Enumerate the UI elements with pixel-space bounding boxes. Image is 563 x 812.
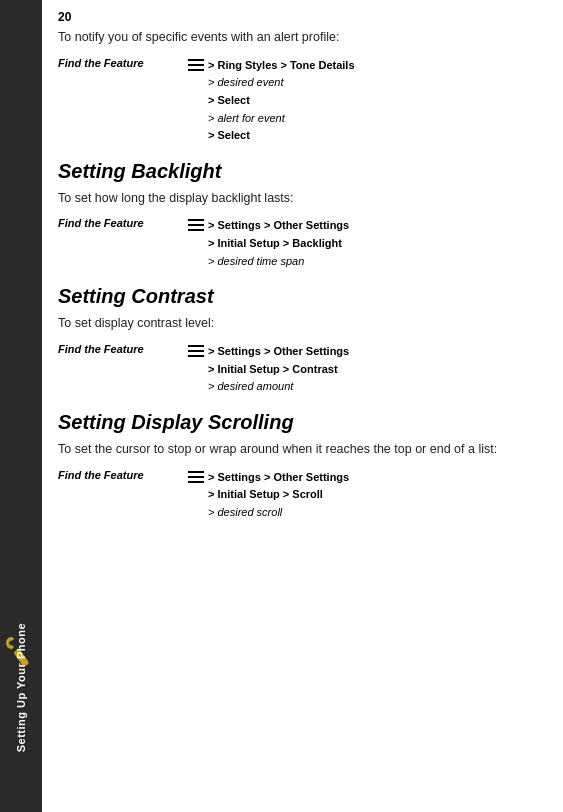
section-scrolling: Setting Display Scrolling To set the cur… bbox=[58, 410, 547, 522]
feature-row-contrast: Find the Feature > Settings > Other Sett… bbox=[58, 343, 547, 396]
path-line: > Initial Setup > Backlight bbox=[208, 235, 349, 253]
svg-point-1 bbox=[10, 641, 15, 646]
svg-rect-12 bbox=[188, 476, 204, 478]
section-heading-backlight: Setting Backlight bbox=[58, 159, 547, 183]
svg-rect-11 bbox=[188, 471, 204, 473]
path-line: > alert for event bbox=[208, 110, 355, 128]
svg-rect-2 bbox=[188, 59, 204, 61]
page-number: 20 bbox=[58, 10, 547, 24]
feature-row-backlight: Find the Feature > Settings > Other Sett… bbox=[58, 217, 547, 270]
section-heading-scrolling: Setting Display Scrolling bbox=[58, 410, 547, 434]
path-line: > Settings > Other Settings bbox=[208, 217, 349, 235]
svg-rect-7 bbox=[188, 229, 204, 231]
feature-path-scrolling: > Settings > Other Settings > Initial Se… bbox=[208, 469, 349, 522]
svg-rect-6 bbox=[188, 224, 204, 226]
feature-label-backlight: Find the Feature bbox=[58, 217, 188, 229]
path-line: > desired event bbox=[208, 74, 355, 92]
feature-label-alert: Find the Feature bbox=[58, 57, 188, 69]
path-line: > desired scroll bbox=[208, 504, 349, 522]
sidebar: Setting Up Your Phone bbox=[0, 0, 42, 812]
section-contrast: Setting Contrast To set display contrast… bbox=[58, 284, 547, 396]
main-content: 20 To notify you of specific events with… bbox=[42, 0, 563, 812]
section-alert-intro: To notify you of specific events with an… bbox=[58, 28, 547, 47]
path-line: > Select bbox=[208, 92, 355, 110]
feature-label-scrolling: Find the Feature bbox=[58, 469, 188, 481]
section-heading-contrast: Setting Contrast bbox=[58, 284, 547, 308]
svg-rect-4 bbox=[188, 69, 204, 71]
feature-row-scrolling: Find the Feature > Settings > Other Sett… bbox=[58, 469, 547, 522]
path-line: > desired amount bbox=[208, 378, 349, 396]
sidebar-label: Setting Up Your Phone bbox=[15, 623, 27, 752]
menu-icon-scrolling bbox=[188, 470, 204, 484]
path-line: > Initial Setup > Contrast bbox=[208, 361, 349, 379]
menu-icon-contrast bbox=[188, 344, 204, 358]
path-line: > Select bbox=[208, 127, 355, 145]
feature-row-alert: Find the Feature > Ring Styles > Tone De… bbox=[58, 57, 547, 145]
svg-rect-9 bbox=[188, 350, 204, 352]
section-scrolling-intro: To set the cursor to stop or wrap around… bbox=[58, 440, 547, 459]
section-backlight-intro: To set how long the display backlight la… bbox=[58, 189, 547, 208]
svg-rect-13 bbox=[188, 481, 204, 483]
svg-rect-5 bbox=[188, 219, 204, 221]
path-line: > Settings > Other Settings bbox=[208, 343, 349, 361]
menu-icon-alert bbox=[188, 58, 204, 72]
feature-path-container-backlight: > Settings > Other Settings > Initial Se… bbox=[188, 217, 349, 270]
feature-path-container-alert: > Ring Styles > Tone Details > desired e… bbox=[188, 57, 355, 145]
feature-label-contrast: Find the Feature bbox=[58, 343, 188, 355]
section-alert-profile: To notify you of specific events with an… bbox=[58, 28, 547, 145]
svg-rect-3 bbox=[188, 64, 204, 66]
svg-rect-8 bbox=[188, 345, 204, 347]
feature-path-container-contrast: > Settings > Other Settings > Initial Se… bbox=[188, 343, 349, 396]
feature-path-alert: > Ring Styles > Tone Details > desired e… bbox=[208, 57, 355, 145]
feature-path-backlight: > Settings > Other Settings > Initial Se… bbox=[208, 217, 349, 270]
feature-path-contrast: > Settings > Other Settings > Initial Se… bbox=[208, 343, 349, 396]
path-line: > Ring Styles > Tone Details bbox=[208, 57, 355, 75]
section-backlight: Setting Backlight To set how long the di… bbox=[58, 159, 547, 271]
page-wrapper: Setting Up Your Phone 20 To notify you o… bbox=[0, 0, 563, 812]
path-line: > Settings > Other Settings bbox=[208, 469, 349, 487]
section-contrast-intro: To set display contrast level: bbox=[58, 314, 547, 333]
svg-rect-10 bbox=[188, 355, 204, 357]
menu-icon-backlight bbox=[188, 218, 204, 232]
path-line: > Initial Setup > Scroll bbox=[208, 486, 349, 504]
feature-path-container-scrolling: > Settings > Other Settings > Initial Se… bbox=[188, 469, 349, 522]
path-line: > desired time span bbox=[208, 253, 349, 271]
